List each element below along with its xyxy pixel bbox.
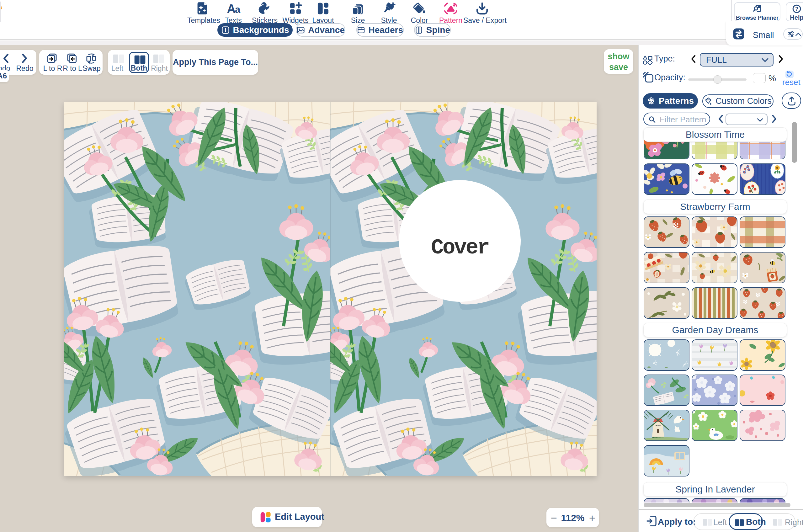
svg-text:A: A [227, 2, 236, 15]
svg-text:a: a [235, 4, 241, 15]
svg-text:?: ? [795, 6, 798, 12]
